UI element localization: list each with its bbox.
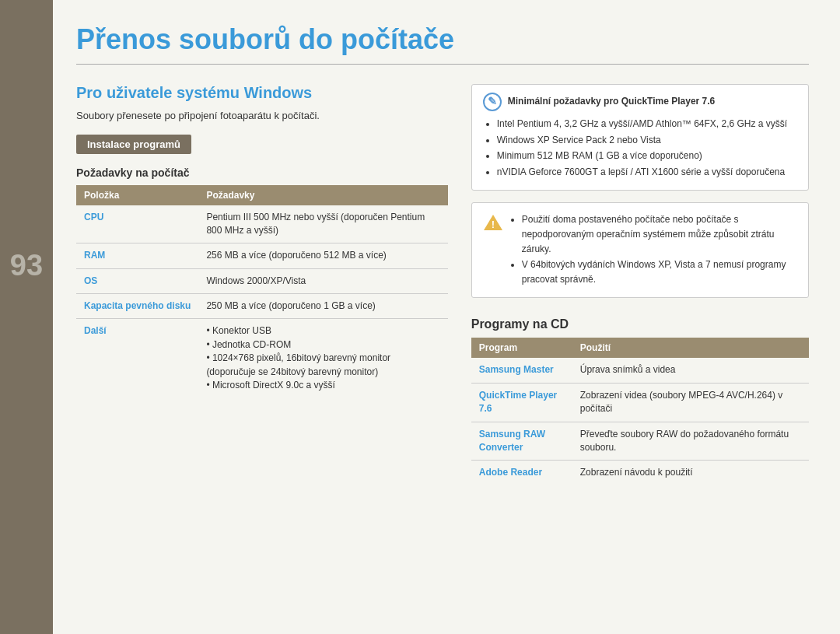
warning-box: ! Použití doma postaveného počítače nebo…	[471, 202, 809, 298]
info-box-list: Intel Pentium 4, 3,2 GHz a vyšší/AMD Ath…	[483, 117, 797, 179]
table-row: Další• Konektor USB • Jednotka CD-ROM • …	[76, 319, 448, 398]
table-row: CPUPentium III 500 MHz nebo vyšší (dopor…	[76, 205, 448, 243]
info-box-header: ✎ Minimální požadavky pro QuickTime Play…	[483, 94, 797, 111]
table-cell-req: 256 MB a více (doporučeno 512 MB a více)	[198, 243, 447, 268]
info-box-title: Minimální požadavky pro QuickTime Player…	[508, 94, 716, 109]
main-content: Přenos souborů do počítače Pro uživatele…	[53, 0, 840, 634]
requirements-table: Položka Požadavky CPUPentium III 500 MHz…	[76, 185, 448, 398]
prog-cell-program: Samsung Master	[471, 358, 572, 383]
col-header-req: Požadavky	[198, 185, 447, 205]
warning-list-item: V 64bitových vydáních Windows XP, Vista …	[522, 257, 797, 286]
prog-cell-usage: Zobrazení návodu k použití	[572, 461, 809, 485]
table-cell-req: 250 MB a více (doporučeno 1 GB a více)	[198, 294, 447, 319]
prog-table-row: Adobe ReaderZobrazení návodu k použití	[471, 461, 809, 485]
table-cell-req: Pentium III 500 MHz nebo vyšší (doporuče…	[198, 205, 447, 243]
warning-list-item: Použití doma postaveného počítače nebo p…	[522, 212, 797, 256]
left-column: Pro uživatele systému Windows Soubory př…	[76, 84, 448, 611]
table-cell-req: • Konektor USB • Jednotka CD-ROM • 1024×…	[198, 319, 447, 398]
table-cell-req: Windows 2000/XP/Vista	[198, 268, 447, 293]
prog-table-row: QuickTime Player 7.6Zobrazení videa (sou…	[471, 383, 809, 422]
intro-text: Soubory přenesete po připojení fotoapará…	[76, 108, 448, 124]
page-title: Přenos souborů do počítače	[76, 23, 809, 65]
col-header-item: Položka	[76, 185, 198, 205]
prog-col-program: Program	[471, 338, 572, 358]
table-row: OSWindows 2000/XP/Vista	[76, 268, 448, 293]
prog-cell-program: QuickTime Player 7.6	[471, 383, 572, 422]
prog-cell-program: Samsung RAW Converter	[471, 422, 572, 461]
svg-text:!: !	[492, 219, 495, 230]
install-button[interactable]: Instalace programů	[76, 135, 191, 154]
info-box-quicktime: ✎ Minimální požadavky pro QuickTime Play…	[471, 84, 809, 191]
table-row: Kapacita pevného disku250 MB a více (dop…	[76, 294, 448, 319]
requirements-heading: Požadavky na počítač	[76, 166, 448, 179]
warning-icon: !	[483, 214, 503, 231]
info-list-item: nVIDIA Geforce 7600GT a lepší / ATI X160…	[497, 165, 797, 180]
info-list-item: Minimum 512 MB RAM (1 GB a více doporuče…	[497, 149, 797, 163]
info-icon: ✎	[483, 93, 502, 111]
prog-cell-usage: Úprava snímků a videa	[572, 358, 809, 383]
programs-heading: Programy na CD	[471, 317, 809, 331]
programs-section: Programy na CD Program Použití Samsung M…	[471, 317, 809, 485]
page-number: 93	[10, 249, 43, 282]
prog-table-row: Samsung MasterÚprava snímků a videa	[471, 358, 809, 383]
info-list-item: Windows XP Service Pack 2 nebo Vista	[497, 133, 797, 148]
right-column: ✎ Minimální požadavky pro QuickTime Play…	[471, 84, 809, 611]
prog-table-row: Samsung RAW ConverterPřeveďte soubory RA…	[471, 422, 809, 461]
prog-table-header: Program Použití	[471, 338, 809, 358]
table-cell-item: Další	[76, 319, 198, 398]
table-row: RAM256 MB a více (doporučeno 512 MB a ví…	[76, 243, 448, 268]
table-cell-item: Kapacita pevného disku	[76, 294, 198, 319]
prog-cell-usage: Převeďte soubory RAW do požadovaného for…	[572, 422, 809, 461]
table-cell-item: OS	[76, 268, 198, 293]
programs-table: Program Použití Samsung MasterÚprava sní…	[471, 338, 809, 485]
section-subtitle: Pro uživatele systému Windows	[76, 84, 448, 102]
prog-col-usage: Použití	[572, 338, 809, 358]
two-columns-layout: Pro uživatele systému Windows Soubory př…	[76, 84, 809, 611]
page: 93 Přenos souborů do počítače Pro uživat…	[0, 0, 840, 634]
prog-cell-program: Adobe Reader	[471, 461, 572, 485]
sidebar: 93	[0, 0, 53, 634]
warning-list: Použití doma postaveného počítače nebo p…	[511, 212, 797, 288]
info-list-item: Intel Pentium 4, 3,2 GHz a vyšší/AMD Ath…	[497, 117, 797, 131]
prog-cell-usage: Zobrazení videa (soubory MPEG-4 AVC/H.26…	[572, 383, 809, 422]
table-cell-item: CPU	[76, 205, 198, 243]
table-cell-item: RAM	[76, 243, 198, 268]
table-header-row: Položka Požadavky	[76, 185, 448, 205]
